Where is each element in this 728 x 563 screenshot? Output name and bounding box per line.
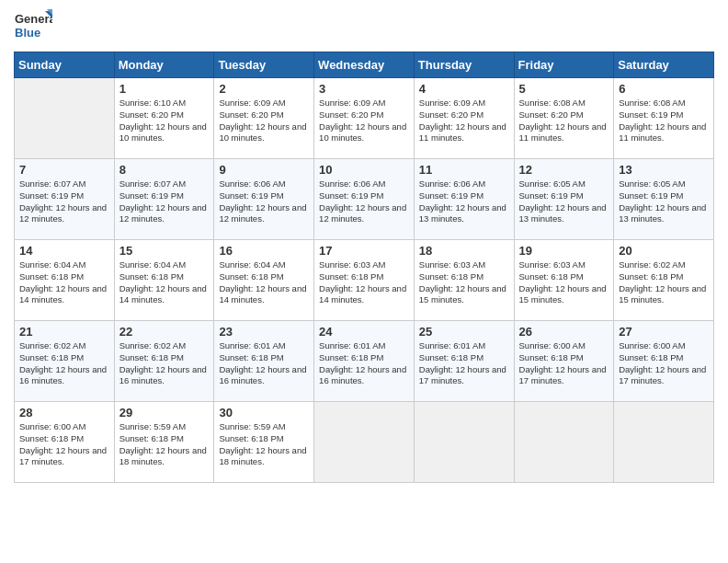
calendar-cell: 28 Sunrise: 6:00 AM Sunset: 6:18 PM Dayl…: [15, 402, 115, 483]
sunrise-label: Sunrise: 6:06 AM: [219, 178, 285, 189]
sunset-label: Sunset: 6:18 PM: [219, 433, 283, 443]
calendar-cell: 11 Sunrise: 6:06 AM Sunset: 6:19 PM Dayl…: [414, 159, 514, 240]
day-number: 25: [419, 325, 509, 339]
day-number: 30: [219, 406, 309, 419]
calendar-cell: 2 Sunrise: 6:09 AM Sunset: 6:20 PM Dayli…: [214, 78, 314, 159]
sunrise-label: Sunrise: 6:01 AM: [319, 340, 385, 350]
weekday-header-sunday: Sunday: [15, 52, 115, 78]
sunrise-label: Sunrise: 6:09 AM: [319, 98, 385, 108]
calendar-cell: 18 Sunrise: 6:03 AM Sunset: 6:18 PM Dayl…: [414, 240, 514, 321]
day-info: Sunrise: 6:09 AM Sunset: 6:20 PM Dayligh…: [319, 98, 409, 144]
sunset-label: Sunset: 6:18 PM: [119, 433, 184, 443]
daylight-label: Daylight: 12 hours and 12 minutes.: [319, 202, 406, 224]
weekday-header-row: SundayMondayTuesdayWednesdayThursdayFrid…: [15, 52, 714, 78]
sunset-label: Sunset: 6:18 PM: [319, 352, 383, 362]
calendar-cell: 4 Sunrise: 6:09 AM Sunset: 6:20 PM Dayli…: [414, 78, 514, 159]
day-info: Sunrise: 6:01 AM Sunset: 6:18 PM Dayligh…: [319, 340, 409, 387]
daylight-label: Daylight: 12 hours and 11 minutes.: [619, 121, 706, 144]
day-info: Sunrise: 6:04 AM Sunset: 6:18 PM Dayligh…: [119, 259, 210, 306]
day-number: 11: [419, 163, 509, 177]
daylight-label: Daylight: 12 hours and 18 minutes.: [119, 445, 207, 467]
day-info: Sunrise: 6:09 AM Sunset: 6:20 PM Dayligh…: [419, 98, 509, 144]
sunset-label: Sunset: 6:18 PM: [419, 352, 483, 362]
sunrise-label: Sunrise: 6:00 AM: [619, 340, 685, 350]
day-number: 5: [519, 82, 609, 96]
day-number: 3: [319, 82, 409, 96]
daylight-label: Daylight: 12 hours and 11 minutes.: [519, 121, 607, 144]
sunrise-label: Sunrise: 6:03 AM: [519, 259, 586, 270]
sunrise-label: Sunrise: 6:02 AM: [619, 259, 685, 270]
sunrise-label: Sunrise: 6:05 AM: [619, 178, 685, 189]
daylight-label: Daylight: 12 hours and 12 minutes.: [119, 202, 207, 224]
svg-text:Blue: Blue: [15, 26, 40, 40]
sunset-label: Sunset: 6:19 PM: [519, 190, 584, 201]
sunrise-label: Sunrise: 6:04 AM: [119, 259, 186, 270]
sunrise-label: Sunrise: 6:08 AM: [619, 98, 685, 108]
weekday-header-thursday: Thursday: [414, 52, 514, 78]
calendar-table: SundayMondayTuesdayWednesdayThursdayFrid…: [14, 52, 714, 483]
sunrise-label: Sunrise: 6:10 AM: [119, 98, 186, 108]
day-info: Sunrise: 6:01 AM Sunset: 6:18 PM Dayligh…: [219, 340, 309, 387]
day-number: 24: [319, 325, 409, 339]
day-number: 20: [619, 244, 709, 258]
sunrise-label: Sunrise: 6:01 AM: [219, 340, 285, 350]
week-row-3: 14 Sunrise: 6:04 AM Sunset: 6:18 PM Dayl…: [15, 240, 714, 321]
calendar-cell: 29 Sunrise: 5:59 AM Sunset: 6:18 PM Dayl…: [114, 402, 214, 483]
day-number: 17: [319, 244, 409, 258]
calendar-cell: 6 Sunrise: 6:08 AM Sunset: 6:19 PM Dayli…: [614, 78, 714, 159]
day-info: Sunrise: 6:08 AM Sunset: 6:19 PM Dayligh…: [619, 98, 709, 144]
day-number: 18: [419, 244, 509, 258]
daylight-label: Daylight: 12 hours and 15 minutes.: [419, 283, 506, 305]
sunset-label: Sunset: 6:18 PM: [519, 352, 584, 362]
calendar-cell: 1 Sunrise: 6:10 AM Sunset: 6:20 PM Dayli…: [114, 78, 214, 159]
daylight-label: Daylight: 12 hours and 16 minutes.: [219, 364, 306, 386]
sunrise-label: Sunrise: 6:00 AM: [519, 340, 586, 350]
day-info: Sunrise: 6:06 AM Sunset: 6:19 PM Dayligh…: [319, 178, 409, 225]
calendar-cell: 14 Sunrise: 6:04 AM Sunset: 6:18 PM Dayl…: [15, 240, 115, 321]
day-info: Sunrise: 6:09 AM Sunset: 6:20 PM Dayligh…: [219, 98, 309, 144]
day-number: 19: [519, 244, 609, 258]
daylight-label: Daylight: 12 hours and 12 minutes.: [219, 202, 306, 224]
sunset-label: Sunset: 6:20 PM: [119, 109, 184, 120]
day-info: Sunrise: 6:02 AM Sunset: 6:18 PM Dayligh…: [619, 259, 709, 306]
sunrise-label: Sunrise: 6:04 AM: [219, 259, 285, 270]
daylight-label: Daylight: 12 hours and 17 minutes.: [419, 364, 506, 386]
calendar-cell: 10 Sunrise: 6:06 AM Sunset: 6:19 PM Dayl…: [314, 159, 415, 240]
calendar-cell: 21 Sunrise: 6:02 AM Sunset: 6:18 PM Dayl…: [15, 321, 115, 402]
calendar-cell: 22 Sunrise: 6:02 AM Sunset: 6:18 PM Dayl…: [114, 321, 214, 402]
daylight-label: Daylight: 12 hours and 14 minutes.: [119, 283, 207, 305]
daylight-label: Daylight: 12 hours and 14 minutes.: [19, 283, 107, 305]
sunset-label: Sunset: 6:18 PM: [519, 271, 584, 282]
day-info: Sunrise: 6:07 AM Sunset: 6:19 PM Dayligh…: [119, 178, 210, 225]
calendar-cell: 24 Sunrise: 6:01 AM Sunset: 6:18 PM Dayl…: [314, 321, 415, 402]
calendar-cell: 15 Sunrise: 6:04 AM Sunset: 6:18 PM Dayl…: [114, 240, 214, 321]
sunset-label: Sunset: 6:19 PM: [619, 190, 683, 201]
sunset-label: Sunset: 6:18 PM: [19, 352, 84, 362]
sunrise-label: Sunrise: 6:05 AM: [519, 178, 586, 189]
calendar-cell: [414, 402, 514, 483]
day-info: Sunrise: 6:00 AM Sunset: 6:18 PM Dayligh…: [619, 340, 709, 387]
day-number: 16: [219, 244, 309, 258]
daylight-label: Daylight: 12 hours and 16 minutes.: [319, 364, 406, 386]
sunset-label: Sunset: 6:18 PM: [219, 352, 283, 362]
daylight-label: Daylight: 12 hours and 15 minutes.: [519, 283, 607, 305]
sunset-label: Sunset: 6:19 PM: [19, 190, 84, 201]
day-info: Sunrise: 6:03 AM Sunset: 6:18 PM Dayligh…: [519, 259, 609, 306]
sunrise-label: Sunrise: 6:01 AM: [419, 340, 485, 350]
day-info: Sunrise: 6:07 AM Sunset: 6:19 PM Dayligh…: [19, 178, 109, 225]
calendar-cell: 3 Sunrise: 6:09 AM Sunset: 6:20 PM Dayli…: [314, 78, 415, 159]
day-info: Sunrise: 6:03 AM Sunset: 6:18 PM Dayligh…: [319, 259, 409, 306]
day-info: Sunrise: 6:01 AM Sunset: 6:18 PM Dayligh…: [419, 340, 509, 387]
weekday-header-saturday: Saturday: [614, 52, 714, 78]
calendar-body: 1 Sunrise: 6:10 AM Sunset: 6:20 PM Dayli…: [15, 78, 714, 483]
daylight-label: Daylight: 12 hours and 11 minutes.: [419, 121, 506, 144]
daylight-label: Daylight: 12 hours and 10 minutes.: [319, 121, 406, 144]
week-row-5: 28 Sunrise: 6:00 AM Sunset: 6:18 PM Dayl…: [15, 402, 714, 483]
daylight-label: Daylight: 12 hours and 17 minutes.: [19, 445, 107, 467]
calendar-cell: 16 Sunrise: 6:04 AM Sunset: 6:18 PM Dayl…: [214, 240, 314, 321]
sunset-label: Sunset: 6:20 PM: [519, 109, 584, 120]
calendar-cell: [15, 78, 115, 159]
daylight-label: Daylight: 12 hours and 16 minutes.: [119, 364, 207, 386]
daylight-label: Daylight: 12 hours and 16 minutes.: [19, 364, 107, 386]
day-number: 29: [119, 406, 210, 419]
